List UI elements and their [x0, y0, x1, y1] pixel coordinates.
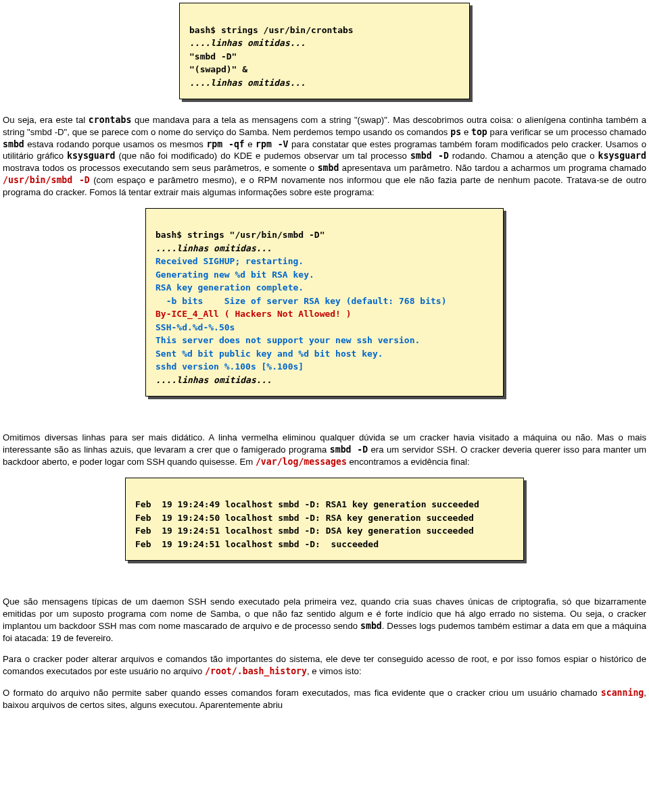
code-box-messages: Feb 19 19:24:49 localhost smbd -D: RSA1 …: [125, 478, 524, 561]
paragraph-3: Que são mensagens típicas de um daemon S…: [3, 596, 646, 644]
cmd-crontabs: crontabs: [89, 115, 132, 125]
cmd-smbd-d2: smbd -D: [330, 445, 368, 455]
code-line: ....linhas omitidas...: [189, 78, 306, 88]
cmd-rpm-qf: rpm -qf: [206, 139, 244, 149]
code-box-strings-smbd: bash$ strings "/usr/bin/smbd -D" ....lin…: [145, 208, 504, 397]
code-line: By-ICE_4_All ( Hackers Not Allowed! ): [155, 309, 352, 319]
code-line: Received SIGHUP; restarting.: [155, 256, 304, 266]
cmd-ps: ps: [450, 127, 461, 137]
paragraph-5: O formato do arquivo não permite saber q…: [3, 687, 646, 711]
cmd-top: top: [471, 127, 487, 137]
code-line: Sent %d bit public key and %d bit host k…: [155, 349, 383, 359]
code-line: Feb 19 19:24:51 localhost smbd -D: DSA k…: [135, 526, 474, 536]
code-line: sshd version %.100s [%.100s]: [155, 361, 304, 372]
code-line: ....linhas omitidas...: [189, 38, 306, 48]
paragraph-4: Para o cracker poder alterar arquivos e …: [3, 653, 646, 678]
code-line: Feb 19 19:24:51 localhost smbd -D: succe…: [135, 539, 379, 549]
code-line: bash$ strings "/usr/bin/smbd -D": [155, 230, 324, 240]
path-varlog: /var/log/messages: [256, 457, 347, 467]
code-line: RSA key generation complete.: [155, 282, 304, 293]
code-line: bash$ strings /usr/bin/crontabs: [189, 25, 354, 35]
cmd-smbd2: smbd: [318, 163, 339, 173]
code-line: Feb 19 19:24:49 localhost smbd -D: RSA1 …: [135, 499, 479, 509]
code-line: "(swapd)" &: [189, 64, 247, 74]
code-line: SSH-%d.%d-%.50s: [155, 322, 235, 332]
path-bash-history: /root/.bash_history: [205, 666, 307, 676]
cmd-smbd: smbd: [3, 139, 24, 149]
code-line: Generating new %d bit RSA key.: [155, 270, 314, 280]
cmd-ksysguard: ksysguard: [67, 151, 115, 161]
cmd-rpm-v: rpm -V: [256, 139, 288, 149]
code-line: ....linhas omitidas...: [155, 375, 272, 385]
code-line: "smbd -D": [189, 51, 237, 61]
path-smbd-d: /usr/bin/smbd -D: [3, 175, 90, 185]
cmd-ksysguard2: ksysguard: [598, 151, 646, 161]
user-scanning: scanning: [601, 688, 644, 698]
code-line: ....linhas omitidas...: [155, 243, 272, 253]
cmd-smbd-d: smbd -D: [410, 151, 449, 161]
cmd-smbd3: smbd: [360, 621, 382, 631]
code-line: This server does not support your new ss…: [155, 335, 420, 345]
code-line: Feb 19 19:24:50 localhost smbd -D: RSA k…: [135, 513, 474, 523]
code-line: -b bits Size of server RSA key (default:…: [155, 296, 446, 306]
code-box-crontabs: bash$ strings /usr/bin/crontabs ....linh…: [179, 3, 470, 99]
paragraph-2: Omitimos diversas linhas para ser mais d…: [3, 432, 646, 467]
paragraph-1: Ou seja, era este tal crontabs que manda…: [3, 114, 646, 199]
